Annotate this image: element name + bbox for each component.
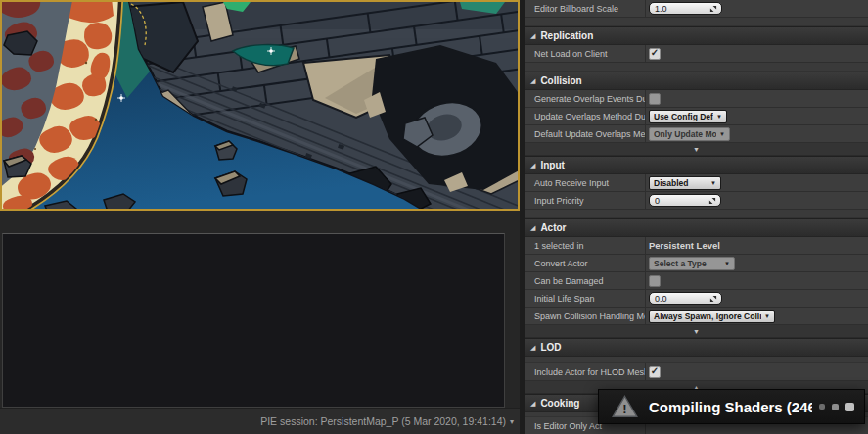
category-header-collision[interactable]: ◢Collision [525, 72, 868, 90]
property-label-cell: Initial Life Span [525, 290, 646, 307]
number-value: 0.0 [655, 294, 709, 304]
property-value-cell: ✓ [646, 363, 868, 380]
property-label-cell: Include Actor for HLOD Mesh ge [525, 363, 646, 380]
category-header-replication[interactable]: ◢Replication [525, 26, 868, 45]
property-value-cell: Select a Type▼ [646, 255, 868, 271]
property-row-generate-overlap-events-during: Generate Overlap Events During [525, 90, 868, 108]
value-text: Persistent Level [649, 240, 720, 251]
category-expand-icon[interactable]: ◢ [530, 344, 535, 351]
secondary-panel[interactable] [2, 233, 505, 408]
advanced-expand-strip[interactable]: ▼ [525, 325, 868, 338]
details-rows: Editor Billboard Scale1.0◢ReplicationNet… [525, 0, 868, 434]
property-label-cell: Convert Actor [525, 255, 646, 271]
property-label-cell: Auto Receive Input [525, 174, 646, 191]
chevron-down-icon: ▼ [693, 146, 700, 153]
property-label-cell: Can be Damaged [525, 272, 646, 289]
dropdown-value: Use Config Default [654, 112, 713, 121]
property-value-cell [646, 272, 868, 289]
include-actor-for-hlod-mesh-ge-checkbox[interactable]: ✓ [649, 366, 661, 378]
category-expand-icon[interactable]: ◢ [530, 224, 535, 231]
property-row-input-priority: Input Priority0 [525, 192, 868, 210]
dropdown-value: Disabled [654, 178, 708, 188]
update-overlaps-method-during-dropdown[interactable]: Use Config Default▼ [649, 110, 727, 123]
can-be-damaged-checkbox[interactable] [649, 275, 661, 287]
property-label-cell: Spawn Collision Handling Metho [525, 308, 646, 324]
generate-overlap-events-during-checkbox[interactable] [649, 93, 661, 105]
property-value-cell: Only Update Movable▼ [646, 125, 868, 142]
category-header-lod[interactable]: ◢LOD [525, 338, 868, 357]
pie-viewport[interactable] [0, 0, 520, 211]
number-value: 1.0 [655, 4, 709, 14]
initial-life-span-input[interactable]: 0.0 [649, 292, 722, 305]
property-value-cell: Use Config Default▼ [646, 108, 868, 124]
input-priority-input[interactable]: 0 [649, 194, 721, 207]
drag-spinner-icon[interactable] [709, 295, 717, 303]
progress-dot [845, 403, 854, 411]
net-load-on-client-checkbox[interactable]: ✓ [649, 48, 661, 60]
property-label: Include Actor for HLOD Mesh ge [534, 367, 646, 377]
property-label: Auto Receive Input [534, 178, 609, 188]
property-label: Input Priority [534, 196, 584, 206]
category-expand-icon[interactable]: ◢ [530, 77, 535, 84]
category-title: LOD [540, 342, 561, 353]
category-expand-icon[interactable]: ◢ [530, 162, 535, 169]
editor-billboard-scale-input[interactable]: 1.0 [649, 2, 722, 15]
property-value-cell: Persistent Level [646, 237, 868, 254]
property-row-net-load-on-client: Net Load on Client✓ [525, 45, 868, 63]
advanced-expand-strip[interactable]: ▼ [525, 143, 868, 156]
property-label: Spawn Collision Handling Metho [534, 312, 646, 321]
default-update-overlaps-metho-dropdown[interactable]: Only Update Movable▼ [649, 127, 730, 141]
property-value-cell: Always Spawn, Ignore Collisions▼ [646, 308, 868, 324]
dropdown-caret-icon: ▼ [724, 261, 730, 266]
drag-spinner-icon[interactable] [709, 5, 717, 13]
property-value-cell: 0 [646, 192, 868, 209]
property-value-cell: ✓ [646, 45, 868, 62]
property-label-cell: Update Overlaps Method During [525, 108, 646, 124]
category-header-input[interactable]: ◢Input [525, 156, 868, 174]
property-label: Initial Life Span [534, 294, 595, 304]
details-panel: Editor Billboard Scale1.0◢ReplicationNet… [525, 0, 868, 434]
viewport-scene [2, 2, 518, 209]
spawn-collision-handling-metho-dropdown[interactable]: Always Spawn, Ignore Collisions▼ [649, 310, 775, 323]
property-label: 1 selected in [534, 241, 584, 251]
pie-session-caret-icon[interactable]: ▾ [510, 417, 514, 426]
warning-icon: ! [612, 395, 638, 418]
number-value: 0 [655, 196, 708, 206]
property-row-can-be-damaged: Can be Damaged [525, 272, 868, 290]
property-label: Default Update Overlaps Metho [534, 129, 646, 139]
auto-receive-input-dropdown[interactable]: Disabled▼ [649, 176, 721, 190]
convert-actor-dropdown[interactable]: Select a Type▼ [649, 257, 735, 270]
property-value-cell: Disabled▼ [646, 174, 868, 191]
row-spacer [525, 18, 868, 26]
category-title: Collision [540, 75, 581, 86]
svg-text:!: ! [622, 402, 626, 416]
property-row-update-overlaps-method-during: Update Overlaps Method DuringUse Config … [525, 108, 868, 125]
compiling-shaders-toast: ! Compiling Shaders (246) [598, 389, 865, 424]
property-label: Net Load on Client [534, 49, 608, 59]
property-label: Convert Actor [534, 259, 588, 268]
property-label: Generate Overlap Events During [534, 94, 646, 104]
row-spacer [525, 63, 868, 72]
property-value-cell: 1.0 [646, 0, 868, 17]
chevron-down-icon: ▼ [693, 328, 700, 335]
category-expand-icon[interactable]: ◢ [530, 400, 535, 407]
property-row-editor-billboard-scale: Editor Billboard Scale1.0 [525, 0, 868, 18]
progress-dot [832, 404, 839, 410]
category-expand-icon[interactable]: ◢ [530, 32, 535, 39]
property-value-cell: 0.0 [646, 290, 868, 307]
property-row-auto-receive-input: Auto Receive InputDisabled▼ [525, 174, 868, 192]
category-header-actor[interactable]: ◢Actor [525, 218, 868, 237]
progress-dot [819, 404, 825, 410]
dropdown-caret-icon: ▼ [716, 114, 722, 120]
property-row-convert-actor: Convert ActorSelect a Type▼ [525, 255, 868, 272]
property-label-cell: Generate Overlap Events During [525, 90, 646, 107]
category-title: Cooking [540, 398, 579, 409]
category-title: Actor [540, 222, 566, 233]
dropdown-value: Select a Type [654, 259, 721, 268]
dropdown-caret-icon: ▼ [764, 313, 770, 319]
pie-session-label[interactable]: PIE session: PersistentMap_P (5 Mar 2020… [260, 415, 506, 427]
property-label-cell: Editor Billboard Scale [525, 0, 646, 17]
drag-spinner-icon[interactable] [708, 197, 716, 205]
category-title: Replication [540, 30, 593, 41]
check-icon: ✓ [651, 48, 659, 58]
